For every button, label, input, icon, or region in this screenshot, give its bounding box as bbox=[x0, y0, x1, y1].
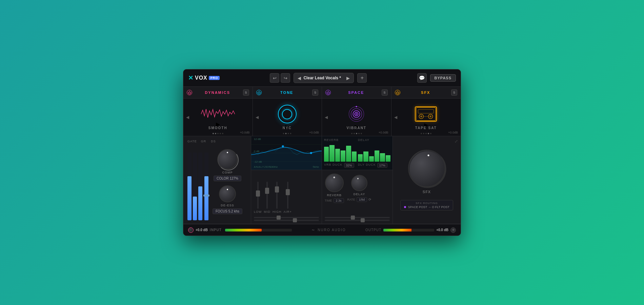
rate-value[interactable]: 1/8d bbox=[357, 197, 367, 202]
analyzer-area: 12 dB 0 dB -12 dB bbox=[251, 136, 322, 170]
sfx-knob-label: SFX bbox=[423, 190, 431, 194]
input-gain-knob[interactable] bbox=[188, 227, 194, 233]
space-pan-track-1[interactable] bbox=[325, 217, 390, 218]
output-label: OUTPUT bbox=[365, 228, 381, 232]
output-settings-icon[interactable]: ⚙ bbox=[450, 227, 456, 233]
preset-display-sfx: ◀ ▶ TAPE SAT +0.0dB bbox=[391, 99, 461, 136]
tone-panel: 12 dB 0 dB -12 dB bbox=[251, 136, 322, 224]
tone-preset-label: NYC bbox=[283, 126, 292, 130]
low-fader[interactable] bbox=[257, 182, 259, 209]
mid-fader[interactable] bbox=[266, 182, 268, 209]
analyzer-db-neg: -12 dB bbox=[254, 160, 262, 163]
svg-point-19 bbox=[310, 152, 312, 154]
input-meter-strip bbox=[225, 229, 292, 231]
sfx-routing-dot bbox=[404, 206, 406, 208]
output-section: OUTPUT +0.0 dB ⚙ bbox=[365, 227, 456, 233]
s-sfx-button[interactable]: S bbox=[451, 89, 457, 96]
svg-point-9 bbox=[420, 116, 422, 118]
de-ess-label: DE-ESS bbox=[221, 204, 234, 207]
redo-button[interactable]: ↪ bbox=[281, 73, 290, 83]
power-tone-button[interactable]: ⏻ bbox=[256, 90, 262, 95]
dynamics-waveform bbox=[201, 107, 235, 121]
reverb-knob[interactable] bbox=[325, 174, 344, 192]
time-value[interactable]: 2.3s bbox=[334, 198, 344, 203]
space-prev-button[interactable]: ◀ bbox=[323, 114, 329, 121]
sfx-knob[interactable] bbox=[408, 150, 445, 187]
power-sfx-button[interactable]: ⏻ bbox=[395, 90, 400, 95]
gate-label: GATE bbox=[187, 140, 197, 143]
section-header-sfx: ⏻ SFX S bbox=[391, 87, 461, 98]
section-title-dynamics: DYNAMICS bbox=[194, 90, 241, 95]
sfx-routing-box: SFX ROUTING SPACE POST → O FLT POST bbox=[400, 200, 453, 210]
mid-fader-col: MID bbox=[264, 182, 271, 214]
analyzer-svg bbox=[251, 136, 322, 170]
ds-label: DS bbox=[211, 140, 216, 143]
comp-knob[interactable] bbox=[217, 149, 238, 169]
space-panel: REVERB VRB DUCK 32% DELAY bbox=[322, 136, 393, 224]
output-meter-strip bbox=[383, 229, 434, 231]
s-dynamics-button[interactable]: S bbox=[243, 89, 249, 96]
de-ess-focus-value[interactable]: FOCUS 5.2 khs bbox=[213, 208, 242, 214]
de-ess-knob[interactable] bbox=[219, 185, 236, 202]
tone-dots bbox=[283, 133, 291, 134]
rate-label: RATE bbox=[347, 198, 355, 201]
tone-gain: +0.0dB bbox=[309, 131, 319, 134]
dynamics-prev-button[interactable]: ◀ bbox=[185, 114, 190, 121]
delay-knob[interactable] bbox=[351, 175, 367, 191]
preset-prev-button[interactable]: ◀ bbox=[297, 76, 302, 81]
pan-track-2[interactable] bbox=[254, 220, 319, 221]
undo-redo-group: ↩ ↪ bbox=[270, 73, 290, 83]
s-space-button[interactable]: S bbox=[382, 89, 388, 96]
input-section: +0.0 dB INPUT bbox=[188, 227, 222, 233]
preset-name[interactable]: Clear Lead Vocals * bbox=[303, 76, 344, 80]
sfx-prev-button[interactable]: ◀ bbox=[393, 114, 399, 121]
controls-row: GATE GR DS bbox=[183, 136, 461, 224]
rate-sync-icon[interactable]: ⟳ bbox=[368, 198, 371, 201]
delay-rate-row: RATE 1/8d ⟳ bbox=[347, 197, 371, 202]
comp-color-value[interactable]: COLOR 127% bbox=[214, 176, 241, 181]
dynamics-gain: +0.0dB bbox=[240, 131, 250, 134]
preset-display-space: ◀ ▶ VIBRANT +0.0dB bbox=[322, 99, 391, 136]
vrb-duck-value[interactable]: 32% bbox=[344, 163, 354, 168]
reverb-knob-label: REVERB bbox=[327, 194, 342, 197]
dynamics-dots bbox=[213, 133, 223, 134]
power-dynamics-button[interactable]: ⏻ bbox=[187, 90, 192, 95]
sfx-routing-label: SFX ROUTING bbox=[404, 202, 449, 205]
s-tone-button[interactable]: S bbox=[312, 89, 318, 96]
high-fader[interactable] bbox=[276, 182, 278, 209]
space-dots bbox=[351, 133, 362, 134]
plugin-window: ✕ VOX PRO ↩ ↪ ◀ Clear Lead Vocals * ▶ + … bbox=[183, 69, 461, 236]
chat-button[interactable]: 💬 bbox=[417, 73, 427, 83]
reverb-delay-meters: REVERB VRB DUCK 32% DELAY bbox=[322, 136, 393, 170]
analyzer-db-top: 12 dB bbox=[254, 138, 261, 141]
low-label: LOW bbox=[254, 210, 262, 214]
pan-track-1[interactable] bbox=[254, 217, 319, 218]
section-title-sfx: SFX bbox=[402, 90, 449, 95]
branding-text: NURO AUDIO bbox=[318, 228, 346, 232]
sfx-tape-icon bbox=[415, 106, 437, 122]
space-pan-track-2[interactable] bbox=[325, 220, 390, 221]
comp-label: COMP bbox=[222, 171, 233, 174]
header: ✕ VOX PRO ↩ ↪ ◀ Clear Lead Vocals * ▶ + … bbox=[183, 69, 461, 87]
tone-prev-button[interactable]: ◀ bbox=[254, 114, 260, 121]
preset-display-dynamics: ◀ ▶ SMOOTH +0.0dB bbox=[183, 99, 253, 136]
dynamics-preset-label: SMOOTH bbox=[208, 126, 227, 130]
air-label: AIR+ bbox=[284, 210, 292, 214]
add-preset-button[interactable]: + bbox=[357, 73, 367, 83]
svg-rect-7 bbox=[418, 109, 434, 113]
high-fader-col: HIGH bbox=[273, 182, 282, 214]
reverb-time-row: TIME 2.3s bbox=[325, 198, 344, 203]
air-fader[interactable] bbox=[287, 182, 288, 209]
undo-button[interactable]: ↩ bbox=[270, 73, 279, 83]
preset-next-button[interactable]: ▶ bbox=[345, 76, 351, 81]
app-logo: ✕ VOX PRO bbox=[188, 74, 220, 82]
svg-point-5 bbox=[356, 106, 357, 107]
sfx-expand-icon[interactable]: ⤢ bbox=[455, 139, 458, 144]
sfx-knob-container bbox=[408, 150, 445, 187]
analyzer-freq-high: 5kHz bbox=[313, 165, 319, 168]
dly-duck-value[interactable]: 17% bbox=[377, 163, 387, 168]
svg-point-11 bbox=[430, 116, 432, 118]
space-preset-label: VIBRANT bbox=[347, 126, 366, 130]
bypass-button[interactable]: BYPASS bbox=[430, 74, 456, 82]
power-space-button[interactable]: ⏻ bbox=[325, 90, 331, 95]
